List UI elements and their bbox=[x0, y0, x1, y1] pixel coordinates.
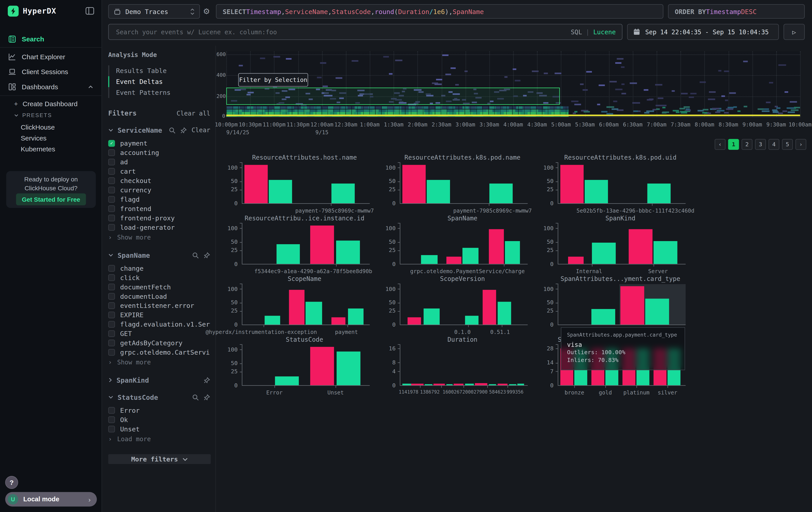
mode-lucene-label[interactable]: Lucene bbox=[593, 28, 616, 36]
pagination-next[interactable]: › bbox=[795, 139, 806, 150]
filter-option-frontend-proxy[interactable]: frontend-proxy bbox=[108, 213, 210, 222]
filter-option-ad[interactable]: ad bbox=[108, 157, 210, 166]
filter-group-header-statuscode[interactable]: StatusCode bbox=[108, 393, 210, 401]
filter-option-grpc-oteldemo-cartservic-[interactable]: grpc.oteldemo.CartServic… bbox=[108, 347, 210, 357]
sidebar-item-dashboards[interactable]: Dashboards bbox=[0, 80, 102, 93]
filter-option-flagd-evaluation-v1-serv-[interactable]: flagd.evaluation.v1.Serv… bbox=[108, 319, 210, 329]
sidebar-item-search[interactable]: Search bbox=[0, 33, 102, 46]
preset-kubernetes[interactable]: Kubernetes bbox=[21, 145, 55, 153]
filter-group-header-servicename[interactable]: ServiceNameClear bbox=[108, 126, 210, 134]
filter-option-checkout[interactable]: checkout bbox=[108, 176, 210, 185]
filter-group-header-spankind[interactable]: SpanKind bbox=[108, 376, 210, 384]
checkbox[interactable] bbox=[108, 330, 115, 336]
source-select[interactable]: Demo Traces bbox=[108, 4, 200, 19]
checkbox[interactable] bbox=[108, 312, 115, 318]
checkbox[interactable] bbox=[108, 321, 115, 327]
show-more-button[interactable]: ›Show more bbox=[108, 358, 210, 367]
sidebar-item-chart-explorer[interactable]: Chart Explorer bbox=[0, 50, 102, 63]
query-language-toggle[interactable]: SQL | Lucene bbox=[571, 28, 616, 36]
filter-option-change[interactable]: change bbox=[108, 263, 210, 273]
checkbox[interactable] bbox=[108, 416, 115, 423]
checkbox[interactable] bbox=[108, 425, 115, 432]
filter-option-load-generator[interactable]: load-generator bbox=[108, 222, 210, 232]
checkbox[interactable]: ✓ bbox=[108, 140, 115, 146]
filter-option-expire[interactable]: EXPIRE bbox=[108, 310, 210, 319]
analysis-mode-event-deltas[interactable]: Event Deltas bbox=[108, 76, 210, 87]
user-menu[interactable]: U Local mode › bbox=[5, 492, 97, 507]
pagination-page-3[interactable]: 3 bbox=[755, 139, 766, 150]
checkbox[interactable] bbox=[108, 214, 115, 221]
checkbox[interactable] bbox=[108, 186, 115, 193]
date-range-picker[interactable]: Sep 14 22:04:35 - Sep 15 10:04:35 bbox=[627, 24, 779, 40]
checkbox[interactable] bbox=[108, 349, 115, 355]
filter-option-getadsbycategory[interactable]: getAdsByCategory bbox=[108, 338, 210, 348]
heatmap-selection-region[interactable] bbox=[226, 88, 560, 105]
checkbox[interactable] bbox=[108, 293, 115, 299]
help-button[interactable]: ? bbox=[5, 476, 18, 489]
filter-option-flagd[interactable]: flagd bbox=[108, 194, 210, 204]
preset-clickhouse[interactable]: ClickHouse bbox=[21, 123, 55, 131]
load-more-button[interactable]: ›Load more bbox=[108, 434, 210, 444]
order-by-editor[interactable]: ORDER BY Timestamp DESC bbox=[668, 4, 805, 19]
checkbox[interactable] bbox=[108, 274, 115, 281]
sql-select-editor[interactable]: SELECT Timestamp, ServiceName, StatusCod… bbox=[216, 4, 663, 19]
mode-sql-label[interactable]: SQL bbox=[571, 28, 582, 36]
filter-option-click[interactable]: click bbox=[108, 273, 210, 282]
run-query-button[interactable]: ▷ bbox=[784, 24, 805, 40]
search-icon[interactable] bbox=[192, 394, 199, 401]
analysis-mode-event-patterns[interactable]: Event Patterns bbox=[108, 87, 210, 98]
filter-option-accounting[interactable]: accounting bbox=[108, 148, 210, 157]
create-dashboard-button[interactable]: +Create Dashboard bbox=[14, 100, 78, 108]
chart-y-tick-label: 0 bbox=[218, 261, 238, 267]
filter-option-get[interactable]: GET bbox=[108, 329, 210, 338]
filter-option-eventlistener-error[interactable]: eventListener.error bbox=[108, 301, 210, 310]
checkbox[interactable] bbox=[108, 196, 115, 203]
get-started-button[interactable]: Get Started for Free bbox=[16, 193, 86, 206]
show-more-button[interactable]: ›Show more bbox=[108, 233, 210, 242]
checkbox[interactable] bbox=[108, 339, 115, 346]
checkbox[interactable] bbox=[108, 265, 115, 271]
pagination-page-5[interactable]: 5 bbox=[782, 139, 793, 150]
checkbox[interactable] bbox=[108, 284, 115, 290]
filter-option-currency[interactable]: currency bbox=[108, 185, 210, 194]
checkbox[interactable] bbox=[108, 159, 115, 165]
filter-option-payment[interactable]: ✓payment bbox=[108, 138, 210, 148]
events-heatmap[interactable] bbox=[226, 51, 800, 117]
checkbox[interactable] bbox=[108, 407, 115, 413]
analysis-mode-results-table[interactable]: Results Table bbox=[108, 65, 210, 76]
pagination-prev[interactable]: ‹ bbox=[715, 139, 726, 150]
checkbox[interactable] bbox=[108, 177, 115, 184]
checkbox[interactable] bbox=[108, 224, 115, 231]
pin-icon[interactable] bbox=[203, 252, 210, 259]
filter-option-error[interactable]: Error bbox=[108, 405, 210, 415]
checkbox[interactable] bbox=[108, 168, 115, 174]
filter-by-selection-button[interactable]: Filter by Selection bbox=[238, 73, 308, 87]
preset-services[interactable]: Services bbox=[21, 134, 47, 142]
pagination-page-4[interactable]: 4 bbox=[768, 139, 779, 150]
presets-section-toggle[interactable]: PRESETS bbox=[14, 112, 52, 118]
filter-option-unset[interactable]: Unset bbox=[108, 424, 210, 433]
filter-option-cart[interactable]: cart bbox=[108, 166, 210, 176]
filter-option-ok[interactable]: Ok bbox=[108, 415, 210, 424]
search-icon[interactable] bbox=[192, 252, 199, 259]
filter-group-header-spanname[interactable]: SpanName bbox=[108, 251, 210, 259]
pagination-page-2[interactable]: 2 bbox=[742, 139, 752, 150]
pin-icon[interactable] bbox=[203, 394, 210, 401]
pin-icon[interactable] bbox=[203, 377, 210, 383]
checkbox[interactable] bbox=[108, 149, 115, 156]
checkbox[interactable] bbox=[108, 205, 115, 212]
checkbox[interactable] bbox=[108, 302, 115, 309]
filter-option-frontend[interactable]: frontend bbox=[108, 204, 210, 213]
filter-option-documentfetch[interactable]: documentFetch bbox=[108, 282, 210, 291]
clear-all-filters-button[interactable]: Clear all bbox=[177, 110, 210, 117]
sidebar-collapse-icon[interactable] bbox=[85, 7, 94, 15]
more-filters-button[interactable]: More filters bbox=[108, 454, 211, 464]
search-icon[interactable] bbox=[169, 127, 175, 133]
clear-group-button[interactable]: Clear bbox=[192, 127, 210, 134]
sidebar-item-client-sessions[interactable]: Client Sessions bbox=[0, 65, 102, 78]
pagination-page-1[interactable]: 1 bbox=[728, 139, 739, 150]
pin-icon[interactable] bbox=[180, 127, 187, 133]
gear-icon[interactable]: ⚙ bbox=[203, 7, 210, 16]
filter-option-documentload[interactable]: documentLoad bbox=[108, 291, 210, 301]
search-input[interactable] bbox=[115, 28, 571, 36]
